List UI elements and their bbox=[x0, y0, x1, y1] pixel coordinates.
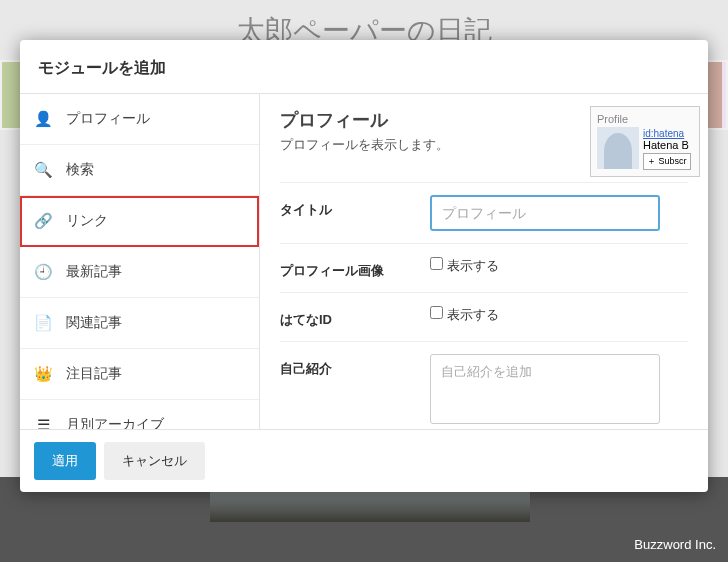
modal-title: モジュールを追加 bbox=[20, 40, 708, 93]
crown-icon: 👑 bbox=[34, 365, 52, 383]
sidebar-item-label: リンク bbox=[66, 212, 108, 230]
sidebar-item-label: 検索 bbox=[66, 161, 94, 179]
sidebar-item-0[interactable]: 👤プロフィール bbox=[20, 94, 259, 145]
sidebar-item-2[interactable]: 🔗リンク bbox=[20, 196, 259, 247]
module-settings-panel: プロフィール プロフィールを表示します。 Profile id:hatena H… bbox=[260, 94, 708, 429]
cancel-button[interactable]: キャンセル bbox=[104, 442, 205, 480]
profile-id-link[interactable]: id:hatena bbox=[643, 128, 684, 139]
list-icon: ☰ bbox=[34, 416, 52, 429]
hatena-id-check-label: 表示する bbox=[447, 307, 499, 322]
sidebar-item-label: 月別アーカイブ bbox=[66, 416, 164, 429]
avatar bbox=[597, 127, 639, 169]
apply-button[interactable]: 適用 bbox=[34, 442, 96, 480]
person-icon: 👤 bbox=[34, 110, 52, 128]
title-label: タイトル bbox=[280, 195, 430, 219]
bio-textarea[interactable] bbox=[430, 354, 660, 424]
sidebar-item-3[interactable]: 🕘最新記事 bbox=[20, 247, 259, 298]
title-input[interactable] bbox=[430, 195, 660, 231]
clock-icon: 🕘 bbox=[34, 263, 52, 281]
bio-label: 自己紹介 bbox=[280, 354, 430, 378]
add-module-modal: モジュールを追加 👤プロフィール🔍検索🔗リンク🕘最新記事📄関連記事👑注目記事☰月… bbox=[20, 40, 708, 492]
sidebar-item-label: 関連記事 bbox=[66, 314, 122, 332]
profile-image-checkbox[interactable] bbox=[430, 257, 443, 270]
sidebar-item-5[interactable]: 👑注目記事 bbox=[20, 349, 259, 400]
profile-image-label: プロフィール画像 bbox=[280, 256, 430, 280]
copyright: Buzzword Inc. bbox=[634, 537, 716, 552]
sidebar-item-label: 注目記事 bbox=[66, 365, 122, 383]
hatena-id-label: はてなID bbox=[280, 305, 430, 329]
search-icon: 🔍 bbox=[34, 161, 52, 179]
sidebar-item-label: 最新記事 bbox=[66, 263, 122, 281]
profile-card-title: Profile bbox=[597, 113, 693, 125]
module-list-sidebar[interactable]: 👤プロフィール🔍検索🔗リンク🕘最新記事📄関連記事👑注目記事☰月別アーカイブ📁カテ… bbox=[20, 94, 260, 429]
sidebar-item-6[interactable]: ☰月別アーカイブ bbox=[20, 400, 259, 429]
sidebar-item-1[interactable]: 🔍検索 bbox=[20, 145, 259, 196]
link-icon: 🔗 bbox=[34, 212, 52, 230]
profile-image-check-label: 表示する bbox=[447, 258, 499, 273]
document-icon: 📄 bbox=[34, 314, 52, 332]
subscribe-button[interactable]: ＋ Subscr bbox=[643, 153, 691, 170]
profile-name: Hatena B bbox=[643, 139, 689, 151]
sidebar-item-label: プロフィール bbox=[66, 110, 150, 128]
profile-preview-card: Profile id:hatena Hatena B ＋ Subscr bbox=[590, 106, 700, 177]
hatena-id-checkbox[interactable] bbox=[430, 306, 443, 319]
sidebar-item-4[interactable]: 📄関連記事 bbox=[20, 298, 259, 349]
